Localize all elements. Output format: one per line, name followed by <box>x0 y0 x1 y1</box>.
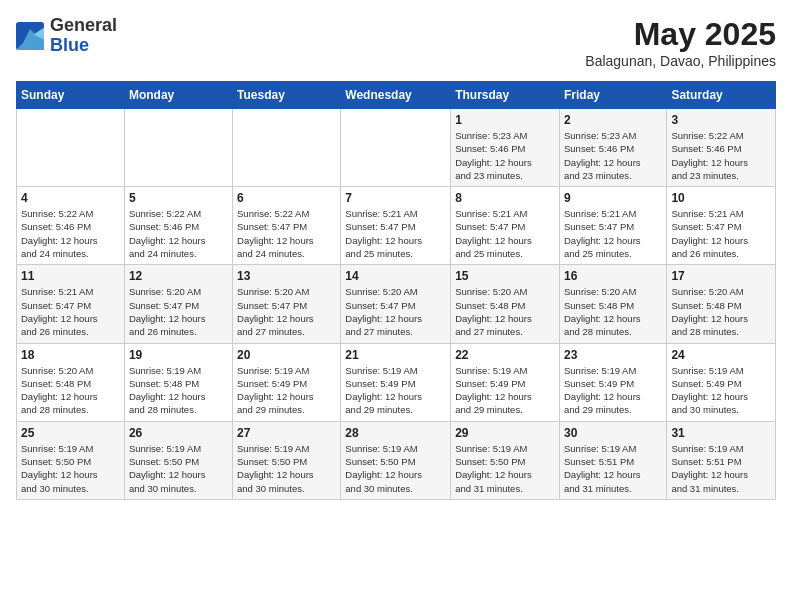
day-info: Sunrise: 5:22 AM Sunset: 5:46 PM Dayligh… <box>671 129 771 182</box>
day-number: 27 <box>237 426 336 440</box>
day-number: 26 <box>129 426 228 440</box>
day-number: 28 <box>345 426 446 440</box>
calendar-table: SundayMondayTuesdayWednesdayThursdayFrid… <box>16 81 776 500</box>
weekday-header-sunday: Sunday <box>17 82 125 109</box>
weekday-header-monday: Monday <box>124 82 232 109</box>
calendar-cell: 31Sunrise: 5:19 AM Sunset: 5:51 PM Dayli… <box>667 421 776 499</box>
day-number: 30 <box>564 426 662 440</box>
day-info: Sunrise: 5:19 AM Sunset: 5:49 PM Dayligh… <box>345 364 446 417</box>
day-number: 9 <box>564 191 662 205</box>
logo-icon <box>16 22 44 50</box>
day-number: 21 <box>345 348 446 362</box>
page-header: General Blue May 2025 Balagunan, Davao, … <box>16 16 776 69</box>
calendar-cell: 27Sunrise: 5:19 AM Sunset: 5:50 PM Dayli… <box>233 421 341 499</box>
week-row-5: 25Sunrise: 5:19 AM Sunset: 5:50 PM Dayli… <box>17 421 776 499</box>
day-number: 4 <box>21 191 120 205</box>
weekday-header-row: SundayMondayTuesdayWednesdayThursdayFrid… <box>17 82 776 109</box>
day-number: 13 <box>237 269 336 283</box>
day-info: Sunrise: 5:21 AM Sunset: 5:47 PM Dayligh… <box>564 207 662 260</box>
day-number: 10 <box>671 191 771 205</box>
day-number: 29 <box>455 426 555 440</box>
location: Balagunan, Davao, Philippines <box>585 53 776 69</box>
calendar-cell <box>124 109 232 187</box>
week-row-4: 18Sunrise: 5:20 AM Sunset: 5:48 PM Dayli… <box>17 343 776 421</box>
day-number: 24 <box>671 348 771 362</box>
day-number: 3 <box>671 113 771 127</box>
day-number: 8 <box>455 191 555 205</box>
calendar-cell: 3Sunrise: 5:22 AM Sunset: 5:46 PM Daylig… <box>667 109 776 187</box>
calendar-cell: 14Sunrise: 5:20 AM Sunset: 5:47 PM Dayli… <box>341 265 451 343</box>
calendar-cell: 16Sunrise: 5:20 AM Sunset: 5:48 PM Dayli… <box>559 265 666 343</box>
day-info: Sunrise: 5:19 AM Sunset: 5:51 PM Dayligh… <box>671 442 771 495</box>
weekday-header-thursday: Thursday <box>451 82 560 109</box>
day-info: Sunrise: 5:20 AM Sunset: 5:47 PM Dayligh… <box>129 285 228 338</box>
logo-general: General <box>50 16 117 36</box>
month-title: May 2025 <box>585 16 776 53</box>
day-info: Sunrise: 5:22 AM Sunset: 5:46 PM Dayligh… <box>21 207 120 260</box>
logo: General Blue <box>16 16 117 56</box>
day-info: Sunrise: 5:23 AM Sunset: 5:46 PM Dayligh… <box>564 129 662 182</box>
day-number: 31 <box>671 426 771 440</box>
weekday-header-tuesday: Tuesday <box>233 82 341 109</box>
calendar-cell <box>341 109 451 187</box>
calendar-cell: 8Sunrise: 5:21 AM Sunset: 5:47 PM Daylig… <box>451 187 560 265</box>
calendar-cell: 30Sunrise: 5:19 AM Sunset: 5:51 PM Dayli… <box>559 421 666 499</box>
day-info: Sunrise: 5:21 AM Sunset: 5:47 PM Dayligh… <box>345 207 446 260</box>
calendar-cell: 29Sunrise: 5:19 AM Sunset: 5:50 PM Dayli… <box>451 421 560 499</box>
day-number: 25 <box>21 426 120 440</box>
calendar-cell <box>233 109 341 187</box>
day-info: Sunrise: 5:20 AM Sunset: 5:48 PM Dayligh… <box>671 285 771 338</box>
day-number: 23 <box>564 348 662 362</box>
day-number: 1 <box>455 113 555 127</box>
calendar-cell: 7Sunrise: 5:21 AM Sunset: 5:47 PM Daylig… <box>341 187 451 265</box>
calendar-cell: 5Sunrise: 5:22 AM Sunset: 5:46 PM Daylig… <box>124 187 232 265</box>
calendar-cell: 2Sunrise: 5:23 AM Sunset: 5:46 PM Daylig… <box>559 109 666 187</box>
calendar-cell: 11Sunrise: 5:21 AM Sunset: 5:47 PM Dayli… <box>17 265 125 343</box>
calendar-cell: 26Sunrise: 5:19 AM Sunset: 5:50 PM Dayli… <box>124 421 232 499</box>
calendar-cell: 1Sunrise: 5:23 AM Sunset: 5:46 PM Daylig… <box>451 109 560 187</box>
day-number: 6 <box>237 191 336 205</box>
day-number: 17 <box>671 269 771 283</box>
day-info: Sunrise: 5:19 AM Sunset: 5:50 PM Dayligh… <box>455 442 555 495</box>
calendar-cell: 20Sunrise: 5:19 AM Sunset: 5:49 PM Dayli… <box>233 343 341 421</box>
day-number: 20 <box>237 348 336 362</box>
day-info: Sunrise: 5:19 AM Sunset: 5:48 PM Dayligh… <box>129 364 228 417</box>
day-info: Sunrise: 5:19 AM Sunset: 5:49 PM Dayligh… <box>237 364 336 417</box>
calendar-cell: 24Sunrise: 5:19 AM Sunset: 5:49 PM Dayli… <box>667 343 776 421</box>
day-info: Sunrise: 5:22 AM Sunset: 5:46 PM Dayligh… <box>129 207 228 260</box>
day-info: Sunrise: 5:21 AM Sunset: 5:47 PM Dayligh… <box>21 285 120 338</box>
day-number: 14 <box>345 269 446 283</box>
day-info: Sunrise: 5:23 AM Sunset: 5:46 PM Dayligh… <box>455 129 555 182</box>
calendar-cell: 21Sunrise: 5:19 AM Sunset: 5:49 PM Dayli… <box>341 343 451 421</box>
weekday-header-friday: Friday <box>559 82 666 109</box>
week-row-1: 1Sunrise: 5:23 AM Sunset: 5:46 PM Daylig… <box>17 109 776 187</box>
day-info: Sunrise: 5:20 AM Sunset: 5:47 PM Dayligh… <box>237 285 336 338</box>
day-info: Sunrise: 5:19 AM Sunset: 5:49 PM Dayligh… <box>671 364 771 417</box>
day-info: Sunrise: 5:19 AM Sunset: 5:50 PM Dayligh… <box>345 442 446 495</box>
calendar-cell: 6Sunrise: 5:22 AM Sunset: 5:47 PM Daylig… <box>233 187 341 265</box>
logo-text: General Blue <box>50 16 117 56</box>
day-number: 16 <box>564 269 662 283</box>
day-info: Sunrise: 5:19 AM Sunset: 5:51 PM Dayligh… <box>564 442 662 495</box>
day-number: 11 <box>21 269 120 283</box>
calendar-cell: 28Sunrise: 5:19 AM Sunset: 5:50 PM Dayli… <box>341 421 451 499</box>
day-number: 18 <box>21 348 120 362</box>
calendar-cell <box>17 109 125 187</box>
calendar-cell: 9Sunrise: 5:21 AM Sunset: 5:47 PM Daylig… <box>559 187 666 265</box>
calendar-cell: 4Sunrise: 5:22 AM Sunset: 5:46 PM Daylig… <box>17 187 125 265</box>
day-info: Sunrise: 5:19 AM Sunset: 5:50 PM Dayligh… <box>21 442 120 495</box>
day-info: Sunrise: 5:21 AM Sunset: 5:47 PM Dayligh… <box>671 207 771 260</box>
day-number: 12 <box>129 269 228 283</box>
week-row-3: 11Sunrise: 5:21 AM Sunset: 5:47 PM Dayli… <box>17 265 776 343</box>
day-info: Sunrise: 5:19 AM Sunset: 5:50 PM Dayligh… <box>129 442 228 495</box>
calendar-cell: 13Sunrise: 5:20 AM Sunset: 5:47 PM Dayli… <box>233 265 341 343</box>
day-number: 15 <box>455 269 555 283</box>
day-number: 22 <box>455 348 555 362</box>
calendar-cell: 18Sunrise: 5:20 AM Sunset: 5:48 PM Dayli… <box>17 343 125 421</box>
day-number: 2 <box>564 113 662 127</box>
day-info: Sunrise: 5:22 AM Sunset: 5:47 PM Dayligh… <box>237 207 336 260</box>
day-info: Sunrise: 5:19 AM Sunset: 5:49 PM Dayligh… <box>455 364 555 417</box>
weekday-header-saturday: Saturday <box>667 82 776 109</box>
calendar-cell: 25Sunrise: 5:19 AM Sunset: 5:50 PM Dayli… <box>17 421 125 499</box>
calendar-cell: 15Sunrise: 5:20 AM Sunset: 5:48 PM Dayli… <box>451 265 560 343</box>
